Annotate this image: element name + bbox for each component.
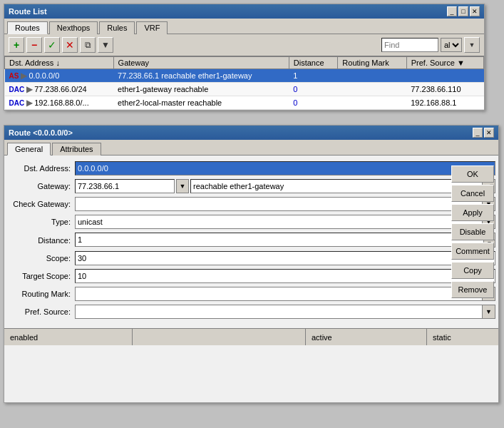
check-gateway-label: Check Gateway: (7, 200, 75, 208)
find-dropdown-btn[interactable]: ▼ (464, 37, 480, 53)
row-pref: 192.168.88.1 (406, 96, 483, 110)
distance-wrapper: ▲ ▼ (75, 233, 495, 248)
scope-input[interactable] (75, 251, 495, 265)
filter-button[interactable]: ▼ (98, 37, 113, 53)
route-table: Dst. Address ↓ Gateway Distance Routing … (4, 56, 484, 110)
distance-label: Distance: (7, 236, 75, 245)
type-row: Type: unicast ▼ (7, 215, 495, 229)
route-table-container: Dst. Address ↓ Gateway Distance Routing … (4, 56, 484, 110)
copy-button[interactable]: ⧉ (80, 37, 96, 53)
tab-vrf[interactable]: VRF (136, 21, 168, 34)
close-btn[interactable]: ✕ (470, 6, 480, 16)
routing-mark-label: Routing Mark: (7, 290, 75, 298)
add-button[interactable]: + (9, 37, 24, 53)
check-gateway-select[interactable] (75, 197, 483, 211)
status-empty (133, 329, 306, 345)
distance-row: Distance: ▲ ▼ (7, 233, 495, 248)
route-detail-tabs: General Attributes (4, 140, 498, 156)
row-gateway: ether1-gateway reachable (113, 83, 289, 96)
gateway-dropdown-btn[interactable]: ▼ (176, 179, 189, 193)
row-mark (338, 96, 406, 110)
row-pref: 77.238.66.110 (406, 83, 483, 96)
button-panel: OK Cancel Apply Disable Comment Copy Rem… (451, 165, 494, 298)
find-input[interactable] (381, 38, 438, 52)
minimize-btn[interactable]: _ (447, 6, 457, 16)
route-list-tabs: Routes Nexthops Rules VRF (4, 19, 484, 34)
check-gateway-row: Check Gateway: ▼ (7, 197, 495, 211)
pref-source-wrapper: ▼ (75, 305, 495, 319)
row-distance: 0 (289, 83, 338, 96)
routing-mark-wrapper: ▼ (75, 287, 495, 301)
status-enabled: enabled (4, 329, 133, 345)
dst-address-label: Dst. Address: (7, 164, 75, 173)
table-row[interactable]: DAC ▶192.168.88.0/... ether2-local-maste… (5, 96, 484, 110)
tab-general[interactable]: General (7, 143, 51, 156)
route-detail-title: Route <0.0.0.0/0> (9, 128, 73, 137)
routing-mark-select[interactable] (75, 287, 483, 301)
scope-label: Scope: (7, 254, 75, 263)
route-list-titlebar: Route List _ □ ✕ (4, 4, 484, 19)
col-pref[interactable]: Pref. Source ▼ (406, 57, 483, 69)
distance-input[interactable] (75, 233, 484, 247)
row-dst: DAC ▶77.238.66.0/24 (5, 83, 114, 96)
col-dst[interactable]: Dst. Address ↓ (5, 57, 114, 69)
tab-attributes[interactable]: Attributes (52, 143, 101, 156)
titlebar-controls: _ □ ✕ (447, 6, 480, 16)
detail-titlebar-controls: _ ✕ (473, 128, 494, 138)
status-active: active (306, 329, 427, 345)
remove-button[interactable]: − (26, 37, 42, 53)
tab-rules[interactable]: Rules (99, 21, 135, 34)
statusbar: enabled active static (4, 328, 498, 345)
gateway-input[interactable] (75, 179, 175, 193)
route-list-window: Route List _ □ ✕ Routes Nexthops Rules V… (4, 4, 485, 111)
ok-button[interactable]: OK (451, 165, 494, 183)
cancel-button[interactable]: Cancel (451, 185, 494, 202)
table-row[interactable]: AS ▶0.0.0.0/0 77.238.66.1 reachable ethe… (5, 69, 484, 83)
row-dst: AS ▶0.0.0.0/0 (5, 69, 114, 83)
comment-button[interactable]: Comment (451, 243, 494, 260)
col-distance[interactable]: Distance (289, 57, 338, 69)
find-select[interactable]: all (441, 38, 462, 52)
route-detail-form: Dst. Address: Gateway: ▼ ▲▼ (4, 156, 498, 328)
scope-row: Scope: (7, 251, 495, 265)
tab-routes[interactable]: Routes (7, 21, 48, 34)
type-select[interactable]: unicast (75, 215, 483, 229)
copy-button-detail[interactable]: Copy (451, 262, 494, 279)
row-distance: 1 (289, 69, 338, 83)
type-label: Type: (7, 218, 75, 226)
pref-source-label: Pref. Source: (7, 307, 75, 316)
row-mark (338, 69, 406, 83)
target-scope-input[interactable] (75, 269, 495, 283)
table-row[interactable]: DAC ▶77.238.66.0/24 ether1-gateway reach… (5, 83, 484, 96)
row-mark (338, 83, 406, 96)
disable-button[interactable]: Disable (451, 223, 494, 240)
dst-address-input[interactable] (75, 161, 495, 175)
maximize-btn[interactable]: □ (458, 6, 468, 16)
tab-nexthops[interactable]: Nexthops (49, 21, 98, 34)
remove-button-detail[interactable]: Remove (451, 281, 494, 298)
detail-close-btn[interactable]: ✕ (484, 128, 494, 138)
gateway-desc-input[interactable] (190, 179, 483, 193)
gateway-row: Gateway: ▼ ▲▼ (7, 179, 495, 193)
gateway-label: Gateway: (7, 182, 75, 190)
col-gateway[interactable]: Gateway (113, 57, 289, 69)
pref-source-row: Pref. Source: ▼ (7, 305, 495, 319)
target-scope-label: Target Scope: (7, 272, 75, 280)
pref-source-arrow[interactable]: ▼ (483, 305, 495, 319)
check-button[interactable]: ✓ (44, 37, 60, 53)
status-static: static (427, 329, 498, 345)
detail-minimize-btn[interactable]: _ (473, 128, 483, 138)
row-distance: 0 (289, 96, 338, 110)
route-list-toolbar: + − ✓ ✕ ⧉ ▼ all ▼ (4, 34, 484, 56)
x-button[interactable]: ✕ (62, 37, 78, 53)
route-detail-titlebar: Route <0.0.0.0/0> _ ✕ (4, 126, 498, 140)
row-gateway: 77.238.66.1 reachable ether1-gateway (113, 69, 289, 83)
row-dst: DAC ▶192.168.88.0/... (5, 96, 114, 110)
row-gateway: ether2-local-master reachable (113, 96, 289, 110)
apply-button[interactable]: Apply (451, 204, 494, 221)
col-mark[interactable]: Routing Mark (338, 57, 406, 69)
check-gateway-wrapper: ▼ (75, 197, 495, 211)
row-pref (406, 69, 483, 83)
pref-source-select[interactable] (75, 305, 483, 319)
route-detail-window: Route <0.0.0.0/0> _ ✕ General Attributes… (4, 125, 499, 403)
